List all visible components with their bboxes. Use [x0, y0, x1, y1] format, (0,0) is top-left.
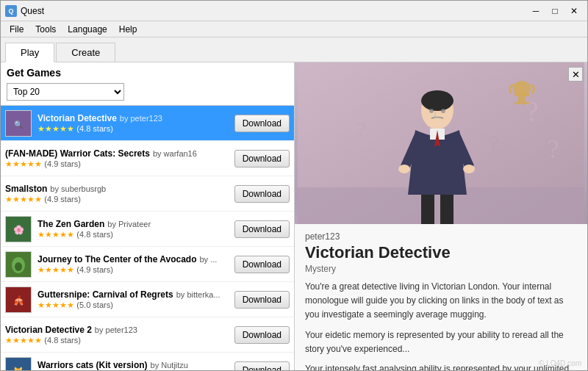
game-rating: ★★★★★ (5.0 stars) [37, 300, 230, 310]
games-list[interactable]: 🔍 Victorian Detective by peter123 ★★★★★ … [1, 105, 294, 371]
menu-help[interactable]: Help [113, 23, 143, 36]
svg-point-25 [441, 109, 445, 113]
game-detail: peter123 Victorian Detective Mystery You… [295, 224, 587, 371]
game-rating: ★★★★★ (4.8 stars) [5, 335, 230, 345]
stars: ★★★★★ [37, 230, 74, 239]
game-title-row: Smallston by suberbusrgb [5, 184, 230, 194]
stars: ★★★★★ [5, 159, 42, 168]
game-info: Warriors cats (Kit version) by Nutjitzu … [37, 360, 230, 372]
close-button[interactable]: ✕ [565, 4, 583, 18]
game-item[interactable]: 🐱 Warriors cats (Kit version) by Nutjitz… [1, 353, 294, 371]
download-button[interactable]: Download [234, 115, 290, 132]
game-title: Warriors cats (Kit version) [37, 360, 148, 370]
game-item[interactable]: 🌸 The Zen Garden by Privateer ★★★★★ (4.8… [1, 212, 294, 247]
description-p2: Your eidetic memory is represented by yo… [305, 328, 577, 356]
menu-bar: File Tools Language Help [1, 21, 587, 37]
svg-point-24 [429, 109, 434, 113]
svg-rect-29 [421, 195, 434, 224]
download-button[interactable]: Download [234, 150, 290, 168]
detail-author: peter123 [305, 231, 577, 242]
stars: ★★★★★ [37, 124, 74, 133]
download-button[interactable]: Download [234, 361, 290, 372]
game-item[interactable]: (FAN-MADE) Warrior Cats: Secrets by warf… [1, 141, 294, 176]
game-author: by Nutjitzu [151, 361, 188, 370]
game-title: The Zen Garden [37, 219, 104, 229]
svg-text:🎪: 🎪 [13, 295, 24, 306]
description-p3: Your intensely fast analysing ability is… [305, 362, 577, 371]
game-item[interactable]: Smallston by suberbusrgb ★★★★★ (4.9 star… [1, 176, 294, 212]
stars: ★★★★★ [5, 336, 42, 345]
game-author: by ... [199, 255, 217, 264]
rating-text: (4.9 stars) [44, 159, 81, 168]
svg-rect-30 [440, 195, 453, 224]
detail-title: Victorian Detective [305, 243, 577, 262]
game-title: (FAN-MADE) Warrior Cats: Secrets [5, 148, 150, 159]
tab-play[interactable]: Play [5, 43, 54, 62]
game-info: (FAN-MADE) Warrior Cats: Secrets by warf… [5, 148, 230, 169]
game-title-row: Guttersnipe: Carnival of Regrets by bitt… [37, 289, 230, 300]
svg-text:🌸: 🌸 [13, 224, 24, 235]
game-title-row: Warriors cats (Kit version) by Nutjitzu [37, 360, 230, 370]
menu-file[interactable]: File [4, 23, 29, 36]
svg-text:?: ? [526, 95, 539, 128]
download-button[interactable]: Download [234, 291, 290, 309]
game-rating: ★★★★★ (4.9 stars) [37, 264, 230, 275]
download-button[interactable]: Download [234, 185, 290, 203]
download-button[interactable]: Download [234, 256, 290, 273]
game-image: ? ? ? ? [295, 62, 587, 224]
tab-bar: Play Create [1, 37, 587, 62]
game-author: by peter123 [120, 114, 162, 123]
game-item[interactable]: 🔍 Victorian Detective by peter123 ★★★★★ … [1, 106, 294, 141]
game-info: Victorian Detective 2 by peter123 ★★★★★ … [5, 325, 230, 345]
game-title-row: (FAN-MADE) Warrior Cats: Secrets by warf… [5, 148, 230, 159]
svg-text:🔍: 🔍 [14, 120, 24, 129]
game-author: by bitterka... [176, 290, 220, 299]
game-title-row: The Zen Garden by Privateer [37, 219, 230, 229]
detail-genre: Mystery [305, 264, 577, 274]
stars: ★★★★★ [37, 300, 74, 309]
title-bar: Q Quest ─ □ ✕ [1, 1, 587, 21]
close-detail-button[interactable]: ✕ [568, 67, 583, 82]
minimize-button[interactable]: ─ [527, 4, 545, 18]
svg-text:?: ? [356, 118, 365, 140]
download-button[interactable]: Download [234, 220, 290, 238]
tab-create[interactable]: Create [56, 43, 115, 62]
game-info: Victorian Detective by peter123 ★★★★★ (4… [37, 113, 230, 134]
maximize-button[interactable]: □ [546, 4, 564, 18]
window-controls: ─ □ ✕ [527, 4, 583, 18]
rating-text: (4.9 stars) [44, 195, 81, 203]
svg-point-6 [15, 262, 22, 271]
svg-text:🐱: 🐱 [13, 366, 24, 372]
stars: ★★★★★ [5, 195, 42, 203]
rating-text: (5.0 stars) [76, 300, 113, 309]
rating-text: (4.8 stars) [76, 124, 113, 133]
game-info: Journey to The Center of the Avocado by … [37, 254, 230, 275]
category-select[interactable]: Top 20 Top 50 New Featured [7, 83, 124, 101]
menu-language[interactable]: Language [62, 23, 112, 36]
game-author: by suberbusrgb [50, 184, 106, 193]
game-thumbnail: 🎪 [5, 287, 32, 313]
app-title: Quest [21, 6, 527, 16]
game-item[interactable]: Victorian Detective 2 by peter123 ★★★★★ … [1, 317, 294, 353]
game-thumbnail: 🐱 [5, 357, 32, 372]
game-info: Guttersnipe: Carnival of Regrets by bitt… [37, 289, 230, 310]
app-icon: Q [5, 5, 17, 17]
game-info: Smallston by suberbusrgb ★★★★★ (4.9 star… [5, 184, 230, 204]
game-author: by warfan16 [153, 149, 197, 158]
download-button[interactable]: Download [234, 326, 290, 344]
game-title: Victorian Detective [37, 113, 117, 123]
main-content: Get Games Top 20 Top 50 New Featured 🔍 [1, 62, 587, 371]
game-thumbnail [5, 251, 32, 278]
svg-text:?: ? [489, 131, 498, 155]
svg-point-28 [463, 165, 475, 173]
game-item[interactable]: 🎪 Guttersnipe: Carnival of Regrets by bi… [1, 282, 294, 317]
game-thumbnail: 🔍 [5, 110, 32, 137]
stars: ★★★★★ [37, 265, 74, 274]
game-title: Journey to The Center of the Avocado [37, 254, 196, 264]
game-item[interactable]: Journey to The Center of the Avocado by … [1, 247, 294, 282]
game-rating: ★★★★★ (4.8 stars) [37, 123, 230, 134]
game-author: by peter123 [95, 325, 137, 334]
menu-tools[interactable]: Tools [29, 23, 62, 36]
game-title: Smallston [5, 184, 47, 194]
rating-text: (4.8 stars) [76, 230, 113, 239]
